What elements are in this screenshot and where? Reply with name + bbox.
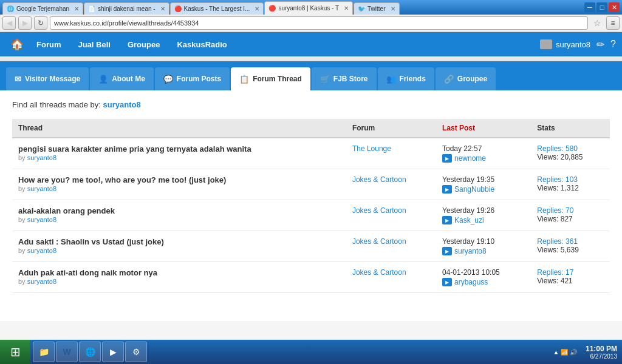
thread-author-link[interactable]: suryanto8	[27, 216, 56, 223]
site-nav-right: suryanto8 ✏ ?	[540, 39, 616, 50]
home-nav-button[interactable]: 🏠	[6, 33, 28, 55]
post-by-icon: ▶	[442, 278, 452, 286]
menu-button[interactable]: ≡	[606, 16, 620, 30]
edit-button[interactable]: ✏	[596, 39, 604, 50]
forum-link[interactable]: Jokes & Cartoon	[352, 206, 406, 215]
taskbar-explorer[interactable]: 📁	[33, 342, 55, 362]
nav-forum[interactable]: Forum	[28, 33, 69, 55]
tab-label-4: Twitter	[367, 5, 385, 12]
username-link[interactable]: suryanto8	[103, 100, 141, 109]
explorer-icon: 📁	[38, 346, 49, 357]
tab-icon-0: 🌐	[7, 5, 14, 12]
back-button[interactable]: ◀	[2, 16, 16, 30]
thread-author-link[interactable]: suryanto8	[27, 185, 56, 192]
tab-close-2[interactable]: ✕	[255, 5, 259, 12]
profile-tab-forum-posts[interactable]: 💬Forum Posts	[155, 67, 230, 90]
tab-icon: 🔗	[444, 75, 454, 84]
browser-tab-4[interactable]: 🐦Twitter✕	[354, 2, 399, 15]
replies-link[interactable]: Replies: 580	[537, 144, 578, 153]
thread-title-link[interactable]: akal-akalan orang pendek	[18, 206, 340, 215]
reload-button[interactable]: ↻	[34, 16, 47, 30]
views-count: Views: 20,885	[537, 153, 604, 161]
taskbar-chrome[interactable]: 🌐	[79, 342, 101, 362]
last-poster-link[interactable]: arybaguss	[454, 278, 488, 286]
address-text: www.kaskus.co.id/profile/viewallthreads/…	[54, 19, 199, 27]
nav-groupee[interactable]: Groupee	[119, 33, 168, 55]
tab-label: Friends	[400, 75, 426, 83]
thread-cell-title: How are you? me too!, who are you? me to…	[12, 169, 346, 200]
thread-cell-forum: Jokes & Cartoon	[346, 231, 436, 262]
profile-tab-forum-thread[interactable]: 📋Forum Thread	[231, 67, 310, 90]
table-header: Thread Forum Last Post Stats	[12, 119, 610, 138]
user-menu[interactable]: suryanto8	[540, 39, 590, 49]
close-button[interactable]: ✕	[609, 2, 620, 12]
browser-tab-1[interactable]: 📄shinji dakenai mean -✕	[84, 2, 169, 15]
browser-tab-3[interactable]: 🔴suryanto8 | Kaskus - T✕	[264, 1, 353, 15]
browser-tab-0[interactable]: 🌐Google Terjemahan✕	[2, 2, 83, 15]
help-button[interactable]: ?	[610, 39, 616, 50]
profile-tab-about-me[interactable]: 👤About Me	[90, 67, 154, 90]
navigation-bar: ◀ ▶ ↻ www.kaskus.co.id/profile/viewallth…	[0, 15, 622, 32]
minimize-button[interactable]: ─	[584, 2, 595, 12]
taskbar-word[interactable]: W	[56, 342, 78, 362]
address-bar[interactable]: www.kaskus.co.id/profile/viewallthreads/…	[50, 16, 588, 30]
tab-close-0[interactable]: ✕	[74, 5, 79, 12]
thread-title-link[interactable]: Aduh pak ati-ati dong naik motor nya	[18, 268, 340, 277]
tab-close-1[interactable]: ✕	[160, 5, 165, 12]
thread-by: by suryanto8	[18, 278, 56, 285]
thread-title-link[interactable]: Adu sakti : Shaolin vs Ustad (just joke)	[18, 237, 340, 246]
forum-link[interactable]: The Lounge	[352, 144, 391, 153]
table-header-row: Thread Forum Last Post Stats	[12, 119, 610, 138]
forum-link[interactable]: Jokes & Cartoon	[352, 237, 406, 246]
start-button[interactable]: ⊞	[0, 340, 30, 364]
scroll-hint	[0, 56, 622, 61]
nav-jualbeli[interactable]: Jual Beli	[69, 33, 118, 55]
thread-title-link[interactable]: How are you? me too!, who are you? me to…	[18, 175, 340, 184]
thread-author-link[interactable]: suryanto8	[27, 154, 56, 161]
profile-tab-groupee[interactable]: 🔗Groupee	[436, 67, 496, 90]
forum-link[interactable]: Jokes & Cartoon	[352, 268, 406, 277]
last-poster-link[interactable]: suryanto8	[454, 247, 487, 255]
thread-author-link[interactable]: suryanto8	[27, 278, 56, 285]
taskbar-settings[interactable]: ⚙	[125, 342, 147, 362]
profile-tab-friends[interactable]: 👥Friends	[378, 67, 434, 90]
media-icon: ▶	[108, 346, 118, 357]
thread-author-link[interactable]: suryanto8	[27, 247, 56, 254]
last-poster-link[interactable]: Kask_uzi	[454, 216, 484, 224]
forum-link[interactable]: Jokes & Cartoon	[352, 175, 406, 184]
replies-link[interactable]: Replies: 103	[537, 175, 578, 184]
site-nav: 🏠 Forum Jual Beli Groupee KaskusRadio su…	[0, 32, 622, 56]
thread-title-link[interactable]: pengisi suara karakter anime pria yang t…	[18, 144, 340, 153]
tab-icon: 👥	[386, 75, 396, 84]
forward-button[interactable]: ▶	[18, 16, 32, 30]
nav-kaskusradio[interactable]: KaskusRadio	[168, 33, 235, 55]
content-area: Find all threads made by: suryanto8 Thre…	[0, 90, 622, 321]
thread-by: by suryanto8	[18, 185, 56, 192]
taskbar-media[interactable]: ▶	[102, 342, 124, 362]
browser-tab-2[interactable]: 🔴Kaskus - The Largest I...✕	[170, 2, 264, 15]
tab-close-4[interactable]: ✕	[391, 5, 395, 12]
tab-icon: 👤	[98, 75, 108, 84]
thread-cell-title: akal-akalan orang pendek by suryanto8	[12, 200, 346, 231]
thread-cell-stats: Replies: 361 Views: 5,639	[531, 231, 610, 262]
thread-cell-lastpost: Yesterday 19:35 ▶ SangNubbie	[436, 169, 531, 200]
tab-label: About Me	[112, 75, 145, 83]
tab-label: Groupee	[457, 75, 487, 83]
tray-icons: ▲ 📶 🔊	[553, 349, 577, 356]
last-poster-link[interactable]: SangNubbie	[454, 185, 494, 194]
last-poster-link[interactable]: newnome	[454, 154, 486, 163]
thread-by: by suryanto8	[18, 154, 56, 161]
thread-cell-title: Aduh pak ati-ati dong naik motor nya by …	[12, 262, 346, 293]
profile-tab-fjb-store[interactable]: 🛒FJB Store	[312, 67, 377, 90]
tab-close-3[interactable]: ✕	[344, 5, 349, 12]
views-count: Views: 5,639	[537, 246, 604, 254]
tab-label: FJB Store	[333, 75, 368, 83]
thread-cell-forum: The Lounge	[346, 138, 436, 169]
replies-link[interactable]: Replies: 70	[537, 206, 573, 215]
bookmark-button[interactable]: ☆	[590, 16, 604, 30]
replies-link[interactable]: Replies: 361	[537, 237, 578, 246]
profile-tab-visitor-message[interactable]: ✉Visitor Message	[6, 67, 89, 90]
tab-label-3: suryanto8 | Kaskus - T	[278, 5, 339, 12]
maximize-button[interactable]: □	[596, 2, 607, 12]
replies-link[interactable]: Replies: 17	[537, 268, 573, 277]
